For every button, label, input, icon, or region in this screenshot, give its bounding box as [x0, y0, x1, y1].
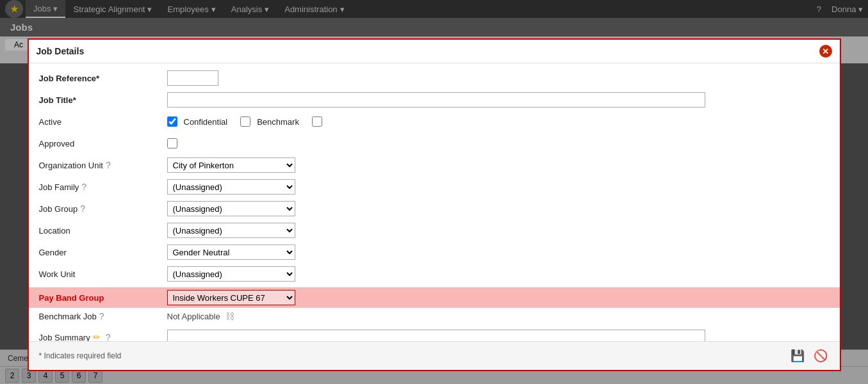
job-details-modal: Job Details ✕ Job Reference* Job Title*: [28, 38, 841, 63]
modal-header: Job Details ✕: [29, 40, 840, 63]
modal-overlay: Job Details ✕ Job Reference* Job Title*: [0, 0, 868, 63]
modal-close-button[interactable]: ✕: [819, 45, 832, 58]
modal-title: Job Details: [37, 46, 85, 56]
